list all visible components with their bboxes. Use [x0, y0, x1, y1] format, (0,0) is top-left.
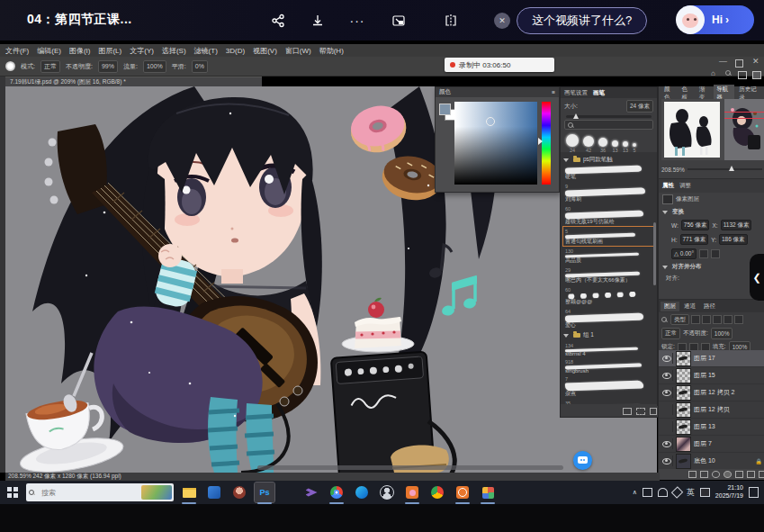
tab-brush-settings[interactable]: 画笔设置	[564, 89, 588, 97]
tab-layers[interactable]: 图层	[661, 302, 679, 311]
more-icon[interactable]: ···	[347, 11, 367, 31]
tray-chevron-icon[interactable]: ∧	[633, 489, 637, 496]
collapse-sidebar-chevron[interactable]: ❮	[750, 254, 764, 301]
brush-item[interactable]: 60超级无敌19号仿鼠绘	[563, 204, 654, 226]
tab-paths[interactable]: 路径	[700, 302, 719, 311]
taskbar-avatar-app-icon[interactable]	[229, 482, 249, 502]
opacity-value[interactable]: 99%	[98, 60, 118, 73]
new-brush-icon[interactable]	[636, 408, 645, 415]
flip-horizontal-icon[interactable]	[699, 249, 708, 258]
brush-item[interactable]: 130高品质	[563, 247, 654, 265]
height-value[interactable]: 771 像素	[680, 234, 709, 245]
volume-icon[interactable]	[658, 488, 668, 497]
brush-search-input[interactable]	[564, 120, 653, 130]
home-icon[interactable]: ⌂	[711, 69, 715, 77]
filter-shape-icon[interactable]	[724, 315, 733, 324]
menu-type[interactable]: 文字(Y)	[130, 46, 154, 56]
brush-folder[interactable]: 组 1	[563, 331, 654, 339]
layer-row[interactable]: 图层 12 拷贝 2	[659, 384, 764, 401]
monitor-icon[interactable]	[643, 488, 652, 497]
layer-effects-icon[interactable]	[700, 471, 708, 478]
menu-edit[interactable]: 编辑(E)	[37, 46, 61, 56]
new-folder-icon[interactable]	[623, 408, 632, 415]
brush-item[interactable]: 134stbrnsl 4	[563, 341, 654, 356]
flow-value[interactable]: 100%	[143, 60, 166, 73]
color-cursor-icon[interactable]	[486, 117, 495, 126]
tab-channels[interactable]: 通道	[680, 302, 699, 311]
brush-item[interactable]: 64爱心	[563, 307, 654, 329]
layer-row[interactable]: 图层 17	[659, 350, 764, 367]
tab-properties[interactable]: 属性	[662, 182, 674, 190]
ask-video-button[interactable]: 这个视频讲了什么?	[517, 7, 647, 34]
layer-row[interactable]: 图层 13	[659, 419, 764, 436]
taskbar-app-orange1-icon[interactable]	[402, 482, 422, 502]
new-group-icon[interactable]	[735, 471, 743, 478]
tab-brushes[interactable]: 画笔	[593, 89, 605, 97]
taskbar-grid-app-icon[interactable]	[478, 482, 498, 502]
delete-icon[interactable]	[650, 408, 657, 415]
brush-item[interactable]: 29嘴巴内（不要太大66像素）	[563, 266, 654, 284]
layer-row[interactable]: 图层 7	[659, 436, 764, 453]
layer-row[interactable]: 底色 10🔒	[659, 453, 764, 469]
brush-folder[interactable]: ps同款笔触	[563, 156, 654, 164]
navigator-proxy-thumbnail[interactable]	[724, 99, 764, 160]
ime-mode-icon[interactable]	[700, 488, 710, 497]
brush-item[interactable]: 35S76WL	[563, 399, 654, 404]
taskbar-vs-icon[interactable]	[301, 482, 321, 502]
delete-layer-icon[interactable]	[759, 471, 764, 478]
menu-window[interactable]: 窗口(W)	[285, 46, 311, 56]
adjustment-layer-icon[interactable]	[724, 471, 732, 478]
taskbar-clock[interactable]: 21:10 2025/7/19	[715, 484, 743, 500]
arrange-icon[interactable]	[752, 71, 761, 79]
layer-row[interactable]: 图层 12 拷贝	[659, 401, 764, 419]
filter-type-select[interactable]: 类型	[670, 314, 689, 325]
menu-file[interactable]: 文件(F)	[5, 46, 29, 56]
filter-type-icon[interactable]	[713, 315, 722, 324]
panel-menu-icon[interactable]: ≡	[552, 89, 555, 95]
menu-filter[interactable]: 滤镜(T)	[194, 46, 218, 56]
brush-item[interactable]: 918singbrush	[563, 357, 654, 374]
taskbar-photoshop-icon[interactable]: Ps	[255, 482, 274, 502]
close-button[interactable]: ✕	[752, 57, 760, 66]
brush-size-value[interactable]: 24 像素	[626, 100, 653, 113]
pip-icon[interactable]	[389, 11, 409, 31]
hue-slider-thumb[interactable]	[538, 138, 543, 145]
menu-select[interactable]: 选择(S)	[162, 46, 186, 56]
preset-brush[interactable]: 42	[583, 136, 594, 153]
menu-3d[interactable]: 3D(D)	[226, 47, 245, 55]
assistant-avatar-pill[interactable]: Hi ›	[677, 5, 754, 34]
link-layers-icon[interactable]	[688, 471, 697, 478]
filter-pixel-icon[interactable]	[691, 315, 700, 324]
brush-size-slider[interactable]	[566, 115, 652, 118]
foreground-background-swatches[interactable]	[439, 104, 452, 116]
taskbar-file-explorer-icon[interactable]	[179, 482, 199, 502]
pen-icon[interactable]	[671, 486, 683, 498]
tab-adjustments[interactable]: 调整	[679, 182, 691, 190]
blend-mode-select[interactable]: 正常	[40, 60, 60, 73]
ime-indicator[interactable]: 英	[687, 487, 695, 499]
taskbar-search[interactable]	[26, 483, 174, 501]
menu-layer[interactable]: 图层(L)	[98, 46, 121, 56]
minimize-button[interactable]: —	[719, 57, 727, 66]
align-section-label[interactable]: 对齐并分布	[672, 263, 702, 271]
taskbar-chrome2-icon[interactable]	[427, 482, 447, 502]
menu-image[interactable]: 图像(I)	[69, 46, 91, 56]
layer-mask-icon[interactable]	[712, 471, 720, 478]
mirror-flip-icon[interactable]	[441, 11, 461, 31]
brush-item[interactable]: 60整颗@@@	[563, 285, 654, 306]
dismiss-ask-icon[interactable]: ✕	[494, 13, 510, 29]
reference-image-thumbnail[interactable]	[664, 102, 720, 158]
taskbar-edge-icon[interactable]	[352, 482, 372, 502]
layer-opacity-value[interactable]: 100%	[711, 328, 733, 339]
menu-help[interactable]: 帮助(H)	[319, 46, 344, 56]
search-highlight-image[interactable]	[141, 485, 172, 500]
brush-item-selected[interactable]: 5普通勾线笔刷画	[563, 227, 654, 246]
hue-slider[interactable]	[542, 102, 551, 185]
search-input[interactable]	[40, 488, 133, 498]
width-value[interactable]: 756 像素	[681, 220, 710, 230]
taskbar-account-icon[interactable]	[377, 482, 397, 502]
taskbar-app-blue-icon[interactable]	[204, 482, 224, 502]
notification-center-icon[interactable]	[749, 487, 759, 498]
navigator-zoom-slider[interactable]	[688, 168, 762, 170]
brush-item[interactable]: 7杂点	[563, 374, 654, 398]
